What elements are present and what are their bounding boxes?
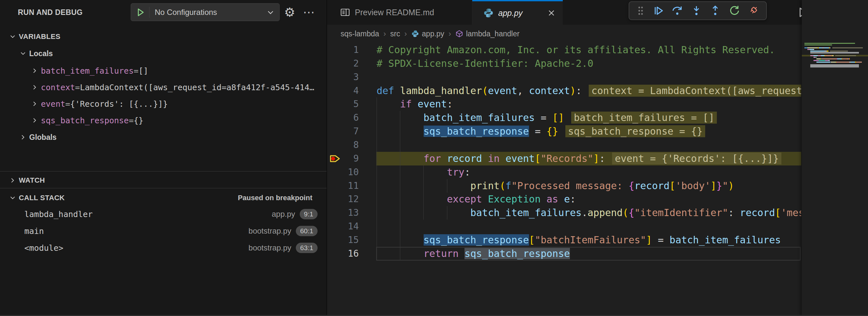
frame-file-label: bootstrap.py <box>248 226 291 235</box>
variable-row[interactable]: context = LambdaContext([aws_request_id=… <box>0 80 327 95</box>
code-line-8[interactable]: 8 <box>327 138 801 152</box>
code-text: def lambda_handler(event, context):conte… <box>377 84 801 98</box>
frame-position-badge: 63:1 <box>296 243 317 253</box>
scope-row-locals[interactable]: Locals <box>0 46 327 61</box>
line-number: 3 <box>333 70 359 84</box>
code-text: print(f"Processed message: {record['body… <box>377 179 734 193</box>
code-line-10[interactable]: 10 try: <box>327 165 801 179</box>
call-stack-header-label: CALL STACK <box>19 194 65 202</box>
code-line-9[interactable]: 9 for record in event["Records"]:event =… <box>327 152 801 165</box>
line-number: 13 <box>333 206 359 220</box>
pane-divider <box>0 188 327 189</box>
code-text: if event: <box>377 97 453 111</box>
watch-pane-header[interactable]: WATCH <box>0 172 327 188</box>
inline-value-chip: batch_item_failures = [] <box>571 112 717 124</box>
variable-row[interactable]: sqs_batch_response = {} <box>0 113 327 128</box>
stack-frame-row[interactable]: mainbootstrap.py60:1 <box>0 223 327 239</box>
line-number: 1 <box>333 43 359 57</box>
minimap-line <box>802 66 868 67</box>
pane-divider <box>0 171 327 171</box>
code-line-3[interactable]: 3 <box>327 70 801 84</box>
variables-pane-header[interactable]: VARIABLES <box>0 29 327 44</box>
code-line-4[interactable]: 4def lambda_handler(event, context):cont… <box>327 84 801 98</box>
line-number: 2 <box>333 57 359 70</box>
dropdown-divider <box>149 7 150 18</box>
sidebar-title: RUN AND DEBUG <box>18 8 83 17</box>
variable-row[interactable]: event = {'Records': [{...}]} <box>0 96 327 112</box>
inline-value-chip: event = {'Records': [{...}]} <box>612 153 781 164</box>
code-text: try: <box>377 165 470 179</box>
line-number: 5 <box>333 97 359 111</box>
code-line-11[interactable]: 11 print(f"Processed message: {record['b… <box>327 179 801 193</box>
editor-area: Preview README.md app.py <box>327 0 868 316</box>
code-text: sqs_batch_response["batchItemFailures"] … <box>377 233 781 247</box>
line-number: 16 <box>333 247 359 260</box>
chevron-down-icon <box>266 8 275 17</box>
start-debugging-icon[interactable] <box>135 7 145 17</box>
inline-value-chip: context = LambdaContext([aws_request_id=… <box>589 85 801 97</box>
chevron-right-icon <box>31 100 38 107</box>
paused-status-badge: Paused on breakpoint <box>238 194 312 202</box>
variables-header-label: VARIABLES <box>19 32 60 41</box>
minimap[interactable] <box>802 0 868 316</box>
run-and-debug-sidebar: RUN AND DEBUG No Configurations ⚙ ⋯ VARI… <box>0 0 327 316</box>
chevron-right-icon <box>31 117 38 124</box>
sidebar-header: RUN AND DEBUG No Configurations ⚙ ⋯ <box>0 0 327 25</box>
chevron-right-icon <box>31 67 38 74</box>
line-number: 4 <box>333 84 359 98</box>
variable-row[interactable]: batch_item_failures = [] <box>0 63 327 78</box>
code-text: for record in event["Records"]:event = {… <box>377 152 781 165</box>
inline-value-chip: sqs_batch_response = {} <box>565 125 705 137</box>
chevron-right-icon <box>9 177 16 184</box>
code-line-12[interactable]: 12 except Exception as e: <box>327 192 801 206</box>
code-text: # SPDX-License-Identifier: Apache-2.0 <box>377 57 593 70</box>
call-stack-pane-header[interactable]: CALL STACK Paused on breakpoint <box>0 190 327 206</box>
code-line-7[interactable]: 7 sqs_batch_response = {}sqs_batch_respo… <box>327 125 801 138</box>
line-number: 12 <box>333 192 359 206</box>
code-line-16[interactable]: 16 return sqs_batch_response <box>327 247 801 260</box>
line-number: 11 <box>333 179 359 193</box>
code-line-2[interactable]: 2# SPDX-License-Identifier: Apache-2.0 <box>327 57 801 70</box>
code-text: return sqs_batch_response <box>377 247 570 260</box>
vscode-window: { "theme": { "sidebar_bg": "#181818", "e… <box>0 0 868 316</box>
line-number: 10 <box>333 165 359 179</box>
scope-row-globals[interactable]: Globals <box>0 129 327 145</box>
sidebar-more-actions-icon[interactable]: ⋯ <box>303 0 315 25</box>
stack-frame-row[interactable]: lambda_handlerapp.py9:1 <box>0 206 327 222</box>
frame-position-badge: 9:1 <box>300 209 317 219</box>
line-number: 9 <box>333 152 359 165</box>
code-area[interactable]: 1# Copyright Amazon.com, Inc. or its aff… <box>327 0 801 316</box>
code-line-1[interactable]: 1# Copyright Amazon.com, Inc. or its aff… <box>327 43 801 57</box>
frame-file-label: app.py <box>272 210 295 219</box>
code-text: # Copyright Amazon.com, Inc. or its affi… <box>377 43 775 57</box>
chevron-down-icon <box>9 194 16 201</box>
gear-icon[interactable]: ⚙ <box>284 0 295 25</box>
code-text: batch_item_failures = []batch_item_failu… <box>377 111 717 125</box>
code-line-13[interactable]: 13 batch_item_failures.append({"itemIden… <box>327 206 801 220</box>
line-number: 6 <box>333 111 359 125</box>
frame-file-label: bootstrap.py <box>248 243 291 252</box>
watch-header-label: WATCH <box>19 176 45 185</box>
debug-config-dropdown[interactable]: No Configurations <box>131 3 280 21</box>
frame-position-badge: 60:1 <box>296 226 317 236</box>
code-line-5[interactable]: 5 if event: <box>327 97 801 111</box>
line-number: 14 <box>333 220 359 233</box>
chevron-down-icon <box>9 33 16 40</box>
code-text: except Exception as e: <box>377 192 576 206</box>
code-text: batch_item_failures.append({"itemIdentif… <box>377 206 801 220</box>
code-line-14[interactable]: 14 <box>327 220 801 233</box>
chevron-down-icon <box>20 50 27 57</box>
debug-config-label: No Configurations <box>155 8 266 17</box>
code-line-6[interactable]: 6 batch_item_failures = []batch_item_fai… <box>327 111 801 125</box>
line-number: 15 <box>333 233 359 247</box>
code-line-15[interactable]: 15 sqs_batch_response["batchItemFailures… <box>327 233 801 247</box>
chevron-right-icon <box>31 84 38 91</box>
code-text: sqs_batch_response = {}sqs_batch_respons… <box>377 125 705 138</box>
line-number: 7 <box>333 125 359 138</box>
line-number: 8 <box>333 138 359 152</box>
chevron-right-icon <box>20 134 27 141</box>
stack-frame-row[interactable]: <module>bootstrap.py63:1 <box>0 240 327 256</box>
